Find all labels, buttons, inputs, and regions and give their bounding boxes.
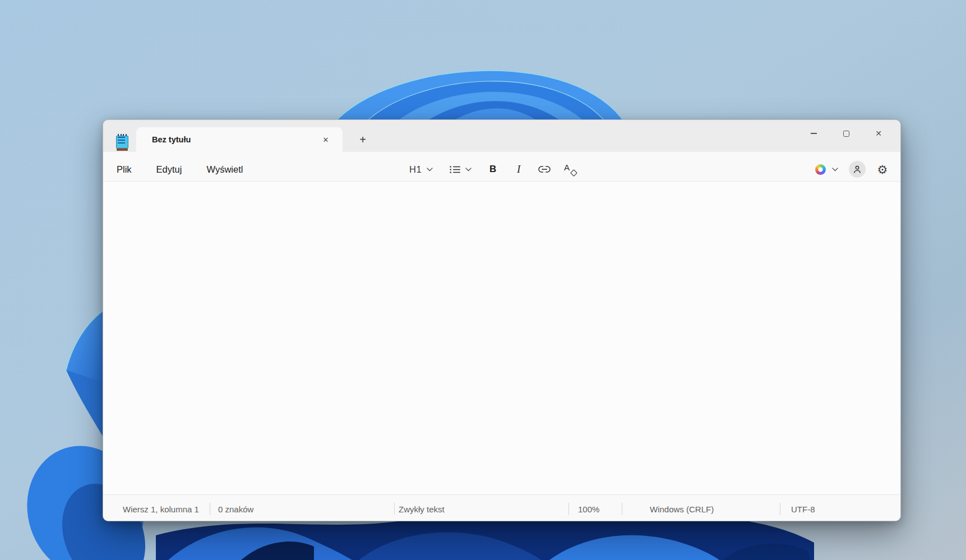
notepad-app-icon [116, 134, 128, 151]
chevron-down-icon [427, 168, 433, 172]
minimize-button[interactable] [797, 123, 830, 144]
caption-buttons: ✕ [797, 123, 895, 144]
editor-text-area[interactable] [103, 182, 900, 494]
chevron-down-icon [465, 168, 472, 172]
copilot-button[interactable] [812, 161, 842, 178]
eraser-shape [570, 169, 577, 177]
copilot-icon [815, 164, 826, 175]
new-tab-button[interactable]: + [353, 129, 373, 150]
menu-wyswietl[interactable]: Wyświetl [200, 161, 249, 178]
maximize-icon [843, 131, 849, 137]
toolbar-right-group: ⚙ [812, 160, 900, 179]
status-divider [622, 503, 622, 515]
heading-label: H1 [409, 164, 422, 175]
chevron-down-icon [832, 168, 838, 172]
status-zoom-level: 100% [578, 504, 599, 513]
maximize-button[interactable] [830, 123, 862, 144]
notepad-icon-lines [118, 137, 125, 144]
settings-button[interactable]: ⚙ [873, 160, 892, 179]
tab-bez-tytulu[interactable]: Bez tytułu ✕ [136, 127, 343, 152]
list-dropdown[interactable] [444, 159, 477, 179]
status-encoding: UTF-8 [791, 504, 815, 513]
close-icon: ✕ [875, 129, 882, 137]
status-line-ending: Windows (CRLF) [650, 504, 714, 513]
status-divider [394, 503, 395, 515]
format-toolbar: H1 B I [404, 158, 580, 181]
link-icon [538, 166, 551, 173]
status-cursor-position: Wiersz 1, kolumna 1 [123, 504, 199, 513]
status-divider [568, 503, 569, 515]
account-button[interactable] [849, 161, 866, 178]
insert-link-button[interactable] [534, 159, 554, 179]
minimize-icon [811, 133, 817, 133]
heading-dropdown[interactable]: H1 [404, 159, 438, 179]
desktop: Bez tytułu ✕ + ✕ Plik Edytuj Wyświetl H1 [0, 0, 966, 560]
notepad-icon-base [117, 149, 128, 151]
italic-icon: I [517, 163, 520, 175]
tab-close-icon[interactable]: ✕ [318, 132, 334, 147]
bold-icon: B [489, 164, 496, 175]
close-button[interactable]: ✕ [862, 123, 895, 144]
clear-formatting-icon: A [564, 163, 576, 175]
status-text-mode: Zwykły tekst [399, 504, 445, 513]
status-divider [210, 503, 210, 515]
tab-title: Bez tytułu [152, 135, 191, 144]
clear-formatting-button[interactable]: A [560, 159, 580, 179]
status-char-count: 0 znaków [218, 504, 253, 513]
menu-plik[interactable]: Plik [110, 161, 138, 178]
bulleted-list-icon [450, 165, 460, 174]
tab-bar: Bez tytułu ✕ + ✕ [103, 120, 900, 152]
menu-edytuj[interactable]: Edytuj [150, 161, 189, 178]
status-bar: Wiersz 1, kolumna 1 0 znaków Zwykły teks… [103, 494, 900, 521]
person-icon [853, 165, 862, 174]
italic-button[interactable]: I [509, 159, 529, 179]
status-divider [780, 503, 780, 515]
notepad-window: Bez tytułu ✕ + ✕ Plik Edytuj Wyświetl H1 [103, 119, 901, 521]
menu-bar: Plik Edytuj Wyświetl [103, 161, 249, 178]
gear-icon: ⚙ [877, 164, 888, 175]
toolbar: Plik Edytuj Wyświetl H1 [103, 152, 900, 182]
bold-button[interactable]: B [483, 159, 503, 179]
